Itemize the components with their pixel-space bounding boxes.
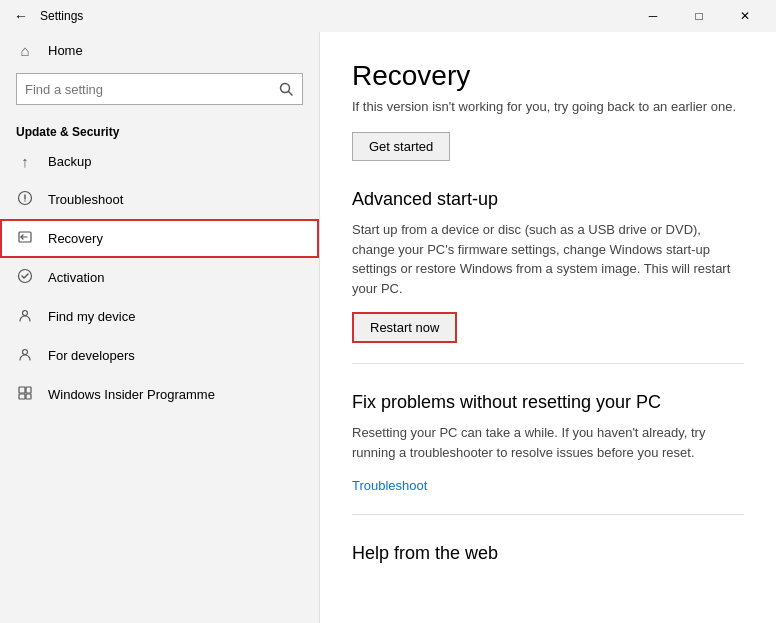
- fix-problems-section: Fix problems without resetting your PC R…: [352, 392, 744, 494]
- developers-icon: [16, 346, 34, 365]
- svg-line-1: [289, 92, 293, 96]
- advanced-startup-desc: Start up from a device or disc (such as …: [352, 220, 744, 298]
- windows-insider-icon: [16, 385, 34, 404]
- svg-point-4: [24, 200, 25, 201]
- backup-icon: ↑: [16, 153, 34, 170]
- home-icon: ⌂: [16, 42, 34, 59]
- fix-problems-desc: Resetting your PC can take a while. If y…: [352, 423, 744, 462]
- sidebar-item-find-my-device[interactable]: Find my device: [0, 297, 319, 336]
- svg-point-8: [23, 311, 28, 316]
- help-from-web-title: Help from the web: [352, 543, 744, 564]
- svg-rect-12: [19, 394, 25, 399]
- main-layout: ⌂ Home Update & Security ↑ Backup Troubl: [0, 32, 776, 623]
- recovery-icon: [16, 229, 34, 248]
- sidebar-item-find-my-device-label: Find my device: [48, 309, 135, 324]
- sidebar-item-backup[interactable]: ↑ Backup: [0, 143, 319, 180]
- sidebar: ⌂ Home Update & Security ↑ Backup Troubl: [0, 32, 320, 623]
- find-device-icon: [16, 307, 34, 326]
- search-input[interactable]: [17, 82, 270, 97]
- sidebar-item-recovery[interactable]: Recovery: [0, 219, 319, 258]
- sidebar-item-windows-insider[interactable]: Windows Insider Programme: [0, 375, 319, 414]
- sidebar-item-home[interactable]: ⌂ Home: [0, 32, 319, 69]
- search-box: [16, 73, 303, 105]
- search-button[interactable]: [270, 73, 302, 105]
- main-content: Recovery If this version isn't working f…: [320, 32, 776, 623]
- svg-rect-11: [26, 387, 31, 393]
- sidebar-item-troubleshoot-label: Troubleshoot: [48, 192, 123, 207]
- help-from-web-section: Help from the web: [352, 543, 744, 564]
- window-controls: ─ □ ✕: [630, 0, 768, 32]
- sidebar-item-home-label: Home: [48, 43, 83, 58]
- search-icon: [279, 82, 293, 96]
- minimize-button[interactable]: ─: [630, 0, 676, 32]
- page-subtitle: If this version isn't working for you, t…: [352, 98, 744, 116]
- sidebar-item-for-developers-label: For developers: [48, 348, 135, 363]
- svg-point-9: [23, 350, 28, 355]
- troubleshoot-icon: [16, 190, 34, 209]
- title-bar: ← Settings ─ □ ✕: [0, 0, 776, 32]
- divider-1: [352, 363, 744, 364]
- svg-point-7: [19, 270, 32, 283]
- page-title: Recovery: [352, 60, 744, 92]
- sidebar-item-for-developers[interactable]: For developers: [0, 336, 319, 375]
- app-title: Settings: [40, 9, 83, 23]
- svg-rect-13: [26, 394, 31, 399]
- svg-rect-10: [19, 387, 25, 393]
- sidebar-item-recovery-label: Recovery: [48, 231, 103, 246]
- sidebar-item-windows-insider-label: Windows Insider Programme: [48, 387, 215, 402]
- get-started-button[interactable]: Get started: [352, 132, 450, 161]
- back-button[interactable]: ←: [12, 6, 30, 26]
- divider-2: [352, 514, 744, 515]
- close-button[interactable]: ✕: [722, 0, 768, 32]
- advanced-startup-title: Advanced start-up: [352, 189, 744, 210]
- activation-icon: [16, 268, 34, 287]
- troubleshoot-link[interactable]: Troubleshoot: [352, 478, 427, 493]
- sidebar-item-troubleshoot[interactable]: Troubleshoot: [0, 180, 319, 219]
- fix-problems-title: Fix problems without resetting your PC: [352, 392, 744, 413]
- restart-now-button[interactable]: Restart now: [352, 312, 457, 343]
- sidebar-item-backup-label: Backup: [48, 154, 91, 169]
- sidebar-item-activation-label: Activation: [48, 270, 104, 285]
- sidebar-item-activation[interactable]: Activation: [0, 258, 319, 297]
- sidebar-section-label: Update & Security: [0, 117, 319, 143]
- advanced-startup-section: Advanced start-up Start up from a device…: [352, 189, 744, 343]
- maximize-button[interactable]: □: [676, 0, 722, 32]
- title-bar-left: ← Settings: [12, 6, 83, 26]
